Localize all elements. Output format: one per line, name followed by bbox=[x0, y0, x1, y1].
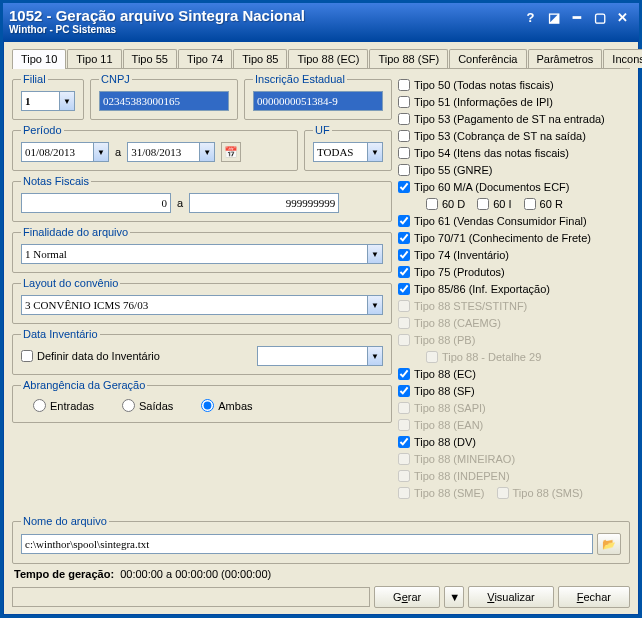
tab-strip: Tipo 10 Tipo 11 Tipo 55 Tipo 74 Tipo 85 … bbox=[12, 48, 630, 69]
tab-inconsist[interactable]: Incons bbox=[603, 49, 642, 68]
minimize-icon[interactable]: ━ bbox=[566, 7, 587, 28]
datainv-check[interactable] bbox=[21, 350, 33, 362]
check-box[interactable] bbox=[398, 368, 410, 380]
progress-bar bbox=[12, 587, 370, 607]
check-box[interactable] bbox=[398, 130, 410, 142]
check-label: Tipo 88 (SAPI) bbox=[414, 402, 486, 414]
tipo-check[interactable]: Tipo 74 (Inventário) bbox=[398, 247, 630, 263]
cnpj-legend: CNPJ bbox=[99, 73, 132, 85]
uf-input[interactable] bbox=[313, 142, 367, 162]
cnpj-input[interactable] bbox=[99, 91, 229, 111]
check-box[interactable] bbox=[398, 249, 410, 261]
check-label: Tipo 88 (EC) bbox=[414, 368, 476, 380]
filial-input[interactable] bbox=[21, 91, 59, 111]
tipo-check[interactable]: Tipo 88 (EC) bbox=[398, 366, 630, 382]
periodo-to[interactable] bbox=[127, 142, 199, 162]
tab-tipo11[interactable]: Tipo 11 bbox=[67, 49, 121, 68]
restore-icon[interactable]: ◪ bbox=[543, 7, 564, 28]
tipo-check[interactable]: Tipo 53 (Cobrança de ST na saída) bbox=[398, 128, 630, 144]
tab-parametros[interactable]: Parâmetros bbox=[528, 49, 603, 68]
client-area: Tipo 10 Tipo 11 Tipo 55 Tipo 74 Tipo 85 … bbox=[3, 41, 639, 615]
nf-sep: a bbox=[177, 197, 183, 209]
check-box[interactable] bbox=[398, 147, 410, 159]
tipo-check[interactable]: Tipo 51 (Informações de IPI) bbox=[398, 94, 630, 110]
folder-icon[interactable]: 📂 bbox=[597, 533, 621, 555]
radio-saidas[interactable] bbox=[122, 399, 135, 412]
tab-tipo10[interactable]: Tipo 10 bbox=[12, 49, 66, 69]
periodo-to-dd[interactable]: ▼ bbox=[199, 142, 215, 162]
check-box[interactable] bbox=[398, 96, 410, 108]
tipo-check[interactable]: Tipo 60 M/A (Documentos ECF) bbox=[398, 179, 630, 195]
tab-tipo88ec[interactable]: Tipo 88 (EC) bbox=[288, 49, 368, 68]
datainv-check-label: Definir data do Inventário bbox=[37, 350, 160, 362]
finalidade-input[interactable] bbox=[21, 244, 367, 264]
periodo-from[interactable] bbox=[21, 142, 93, 162]
ie-input[interactable] bbox=[253, 91, 383, 111]
tipo-check[interactable]: Tipo 70/71 (Conhecimento de Frete) bbox=[398, 230, 630, 246]
tipo-check[interactable]: Tipo 75 (Produtos) bbox=[398, 264, 630, 280]
periodo-from-dd[interactable]: ▼ bbox=[93, 142, 109, 162]
check-box[interactable] bbox=[398, 181, 410, 193]
radio-ambas[interactable] bbox=[201, 399, 214, 412]
check-box[interactable] bbox=[398, 436, 410, 448]
check-box[interactable] bbox=[398, 266, 410, 278]
tab-conferencia[interactable]: Conferência bbox=[449, 49, 526, 68]
tipo-check[interactable]: Tipo 55 (GNRE) bbox=[398, 162, 630, 178]
file-input[interactable] bbox=[21, 534, 593, 554]
check-label: Tipo 51 (Informações de IPI) bbox=[414, 96, 553, 108]
visualizar-button[interactable]: Visualizar bbox=[468, 586, 554, 608]
tipo-check: Tipo 88 (EAN) bbox=[398, 417, 630, 433]
filial-dropdown[interactable]: ▼ bbox=[59, 91, 75, 111]
check-box[interactable] bbox=[398, 79, 410, 91]
fechar-button[interactable]: Fechar bbox=[558, 586, 630, 608]
filial-legend: Filial bbox=[21, 73, 48, 85]
app-window: 1052 - Geração arquivo Sintegra Nacional… bbox=[0, 0, 642, 618]
finalidade-dd[interactable]: ▼ bbox=[367, 244, 383, 264]
close-icon[interactable]: ✕ bbox=[612, 7, 633, 28]
check-label: Tipo 54 (Itens das notas fiscais) bbox=[414, 147, 569, 159]
check-label: Tipo 88 - Detalhe 29 bbox=[442, 351, 541, 363]
tipo-check[interactable]: Tipo 85/86 (Inf. Exportação) bbox=[398, 281, 630, 297]
uf-dd[interactable]: ▼ bbox=[367, 142, 383, 162]
maximize-icon[interactable]: ▢ bbox=[589, 7, 610, 28]
calendar-icon[interactable]: 📅 bbox=[221, 142, 241, 162]
check-box bbox=[398, 300, 410, 312]
tipo-check: Tipo 88 (CAEMG) bbox=[398, 315, 630, 331]
tipo-check[interactable]: Tipo 53 (Pagamento de ST na entrada) bbox=[398, 111, 630, 127]
check-box[interactable] bbox=[398, 215, 410, 227]
check-box bbox=[398, 470, 410, 482]
tipo-check[interactable]: Tipo 88 (DV) bbox=[398, 434, 630, 450]
tab-tipo74[interactable]: Tipo 74 bbox=[178, 49, 232, 68]
tipo60-subcheck[interactable]: 60 I bbox=[477, 196, 511, 212]
check-box[interactable] bbox=[398, 164, 410, 176]
layout-input[interactable] bbox=[21, 295, 367, 315]
tipo-check[interactable]: Tipo 50 (Todas notas fiscais) bbox=[398, 77, 630, 93]
nf-from[interactable] bbox=[21, 193, 171, 213]
tipo60-subcheck[interactable]: 60 R bbox=[524, 196, 563, 212]
tipo-check[interactable]: Tipo 61 (Vendas Consumidor Final) bbox=[398, 213, 630, 229]
tipo-check[interactable]: Tipo 88 (SF) bbox=[398, 383, 630, 399]
check-label: Tipo 88 (EAN) bbox=[414, 419, 483, 431]
nf-to[interactable] bbox=[189, 193, 339, 213]
tipo-check[interactable]: Tipo 54 (Itens das notas fiscais) bbox=[398, 145, 630, 161]
gerar-button[interactable]: Gerar bbox=[374, 586, 440, 608]
help-icon[interactable]: ? bbox=[520, 7, 541, 28]
gerar-dropdown[interactable]: ▼ bbox=[444, 586, 464, 608]
tab-tipo85[interactable]: Tipo 85 bbox=[233, 49, 287, 68]
tipo-check: Tipo 88 (INDEPEN) bbox=[398, 468, 630, 484]
tipo-check: Tipo 88 (MINEIRAO) bbox=[398, 451, 630, 467]
radio-entradas[interactable] bbox=[33, 399, 46, 412]
finalidade-legend: Finalidade do arquivo bbox=[21, 226, 130, 238]
check-box[interactable] bbox=[398, 283, 410, 295]
check-label: Tipo 88 (MINEIRAO) bbox=[414, 453, 515, 465]
datainv-dd[interactable]: ▼ bbox=[367, 346, 383, 366]
check-box[interactable] bbox=[398, 232, 410, 244]
layout-dd[interactable]: ▼ bbox=[367, 295, 383, 315]
check-box[interactable] bbox=[398, 385, 410, 397]
tipo60-subcheck[interactable]: 60 D bbox=[426, 196, 465, 212]
tab-tipo88sf[interactable]: Tipo 88 (SF) bbox=[369, 49, 448, 68]
check-box[interactable] bbox=[398, 113, 410, 125]
check-label: Tipo 53 (Pagamento de ST na entrada) bbox=[414, 113, 605, 125]
check-box bbox=[398, 419, 410, 431]
tab-tipo55[interactable]: Tipo 55 bbox=[123, 49, 177, 68]
